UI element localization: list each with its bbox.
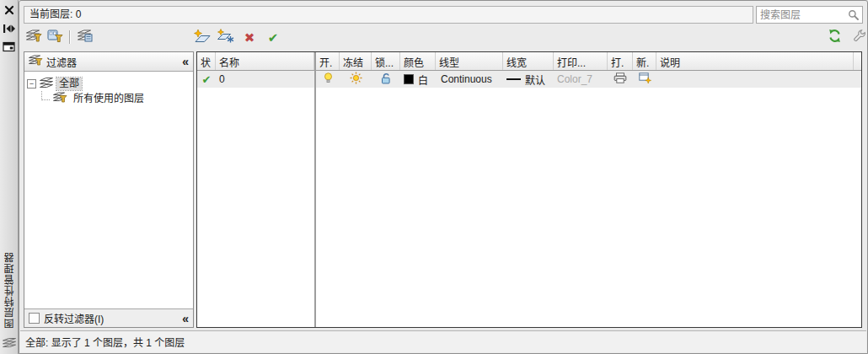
new-property-filter-icon [26,30,42,45]
current-layer-check-icon: ✔ [202,74,212,85]
set-current-layer-button[interactable]: ✔ [264,29,282,46]
column-header-plot-style[interactable]: 打印... [554,52,608,70]
layer-status-cell: ✔ [197,71,216,88]
invert-filter-label[interactable]: 反转过滤器(I) [44,311,104,325]
sun-icon [350,72,362,87]
layer-lineweight-cell[interactable]: 默认 [503,71,554,88]
layer-new-vp-freeze-toggle[interactable] [633,71,656,88]
tree-connector [41,91,50,100]
column-header-color[interactable]: 颜色 [400,52,436,70]
filters-panel-header: 过滤器 « [24,52,193,72]
column-header-spacer [854,52,861,70]
column-header-status[interactable]: 状 [197,52,216,70]
column-header-description[interactable]: 说明 [656,52,854,70]
layer-row-0[interactable]: ✔ 0 [197,71,861,88]
collapse-invert-button[interactable]: « [182,313,189,324]
lineweight-sample [506,78,521,80]
layers-grip-icon [3,338,16,350]
filters-panel: 过滤器 « − 全部 [24,51,194,328]
toolbar-filter-group [24,29,94,46]
column-header-lineweight[interactable]: 线宽 [503,52,554,70]
search-input[interactable] [757,9,848,21]
delete-layer-icon: ✖ [244,31,255,44]
refresh-icon [828,29,842,46]
printer-icon [613,72,627,86]
palette-vertical-title: 图层特性管理器 [3,252,17,329]
new-vp-freeze-icon [639,72,651,87]
filter-icon [29,55,43,68]
new-layer-vp-frozen-button[interactable] [217,29,235,46]
layer-plot-style-cell: Color_7 [554,71,608,88]
palette-title-strip[interactable]: 图层特性管理器 [0,0,19,354]
row-spacer [854,71,861,88]
filter-all-used-label[interactable]: 所有使用的图层 [71,93,147,105]
layer-freeze-toggle[interactable] [340,71,372,88]
layer-states-manager-button[interactable] [76,29,94,46]
lightbulb-icon [324,72,333,86]
lineweight-label: 默认 [525,72,545,87]
invert-filter-checkbox[interactable] [29,313,40,324]
layer-list: 状 名称 开. 冻结 锁... 颜色 线型 线宽 打印... 打. 新. 说明 … [196,51,862,328]
close-icon [4,5,14,18]
layer-plot-toggle[interactable] [608,71,633,88]
column-header-linetype[interactable]: 线型 [436,52,503,70]
unlock-icon [381,72,392,87]
layer-color-cell[interactable]: 白 [400,71,436,88]
column-header-plot[interactable]: 打. [608,52,633,70]
new-group-filter-icon [47,30,63,45]
column-header-new-vp[interactable]: 新. [633,52,656,70]
filters-panel-title: 过滤器 [46,55,77,69]
refresh-button[interactable] [825,29,844,46]
layer-list-header: 状 名称 开. 冻结 锁... 颜色 线型 线宽 打印... 打. 新. 说明 [197,52,861,71]
properties-menu-button[interactable] [2,40,17,56]
palette-body: 当前图层: 0 [19,0,868,354]
filter-tree: − 全部 [24,72,193,308]
toolbar-separator [69,30,71,44]
filter-all-label[interactable]: 全部 [56,78,82,90]
new-group-filter-button[interactable] [46,29,64,46]
new-layer-button[interactable] [193,29,212,46]
delete-layer-button[interactable]: ✖ [240,29,259,46]
tree-expand-icon[interactable]: − [27,79,36,88]
new-layer-vp-frozen-icon [217,29,235,46]
column-header-on[interactable]: 开. [316,52,340,70]
layers-stack-icon [40,78,53,90]
toolbar-utility-group [825,29,868,46]
set-current-icon: ✔ [268,31,279,44]
wrench-icon [852,29,866,46]
layer-lock-toggle[interactable] [372,71,400,88]
invert-filter-row: 反转过滤器(I) « [24,308,193,327]
layer-states-manager-icon [78,30,93,45]
layer-on-toggle[interactable] [316,71,340,88]
search-layer-box[interactable] [756,6,863,24]
new-property-filter-button[interactable] [24,29,43,46]
properties-menu-icon [3,41,15,55]
color-swatch [404,74,414,84]
column-header-freeze[interactable]: 冻结 [340,52,372,70]
close-button[interactable] [2,3,17,19]
new-layer-icon [194,30,212,46]
frozen-pane-divider[interactable] [314,52,316,327]
collapse-filters-button[interactable]: « [182,56,189,67]
color-name: 白 [418,72,428,87]
settings-button[interactable] [849,29,868,46]
column-header-name[interactable]: 名称 [216,52,314,70]
filter-tree-item-all-used[interactable]: 所有使用的图层 [27,91,190,106]
layer-filter-icon [53,92,67,105]
toolbar-layer-actions: ✖ ✔ [193,29,282,46]
filter-tree-item-all[interactable]: − 全部 [27,76,190,91]
layer-properties-manager-palette: 图层特性管理器 当前图层: 0 [0,0,868,354]
layer-linetype-cell[interactable]: Continuous [436,71,503,88]
status-text: 全部: 显示了 1 个图层，共 1 个图层 [25,335,185,349]
auto-hide-icon [2,23,16,37]
auto-hide-button[interactable] [2,22,17,37]
column-header-lock[interactable]: 锁... [372,52,400,70]
layer-description-cell[interactable] [656,71,854,88]
current-layer-readout: 当前图层: 0 [24,6,753,24]
search-icon [848,9,860,21]
status-bar: 全部: 显示了 1 个图层，共 1 个图层 [20,330,866,352]
layer-name-cell[interactable]: 0 [216,71,314,88]
